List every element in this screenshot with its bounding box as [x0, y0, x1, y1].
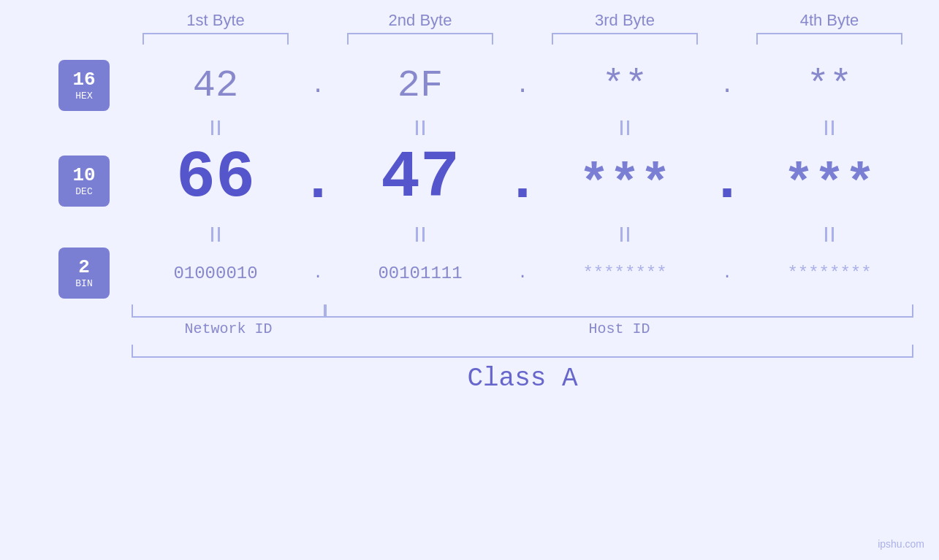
bracket-4: [756, 33, 902, 45]
hex-badge-label: HEX: [75, 91, 92, 101]
p1b: [218, 227, 220, 242]
dec-b3: ***: [541, 160, 709, 211]
top-brackets: [37, 33, 913, 45]
hex-badge-wrapper: 16 HEX: [37, 60, 132, 111]
bot-bracket-cells: [132, 304, 913, 318]
id-labels-row: Network ID Host ID: [37, 321, 913, 337]
hex-values: 42 . 2F . ** . **: [132, 64, 913, 107]
bin-badge-wrapper: 2 BIN: [37, 248, 132, 299]
hex-b4: **: [745, 64, 913, 107]
pipe4a: [825, 120, 827, 135]
col-header-4: 4th Byte: [745, 11, 913, 30]
host-bracket-line: [325, 304, 913, 318]
network-bracket: [132, 304, 325, 318]
bin-dot3: .: [709, 264, 745, 283]
class-label: Class A: [132, 364, 913, 394]
pipe4b: [832, 120, 834, 135]
column-headers: 1st Byte 2nd Byte 3rd Byte 4th Byte: [37, 11, 913, 30]
bin-badge: 2 BIN: [58, 248, 110, 299]
class-bracket-row: [37, 345, 913, 358]
pipe1a: [211, 120, 213, 135]
pipe3b: [627, 120, 629, 135]
hex-dot1: .: [300, 72, 336, 99]
bin-b4: ********: [745, 264, 913, 283]
p2a: [416, 227, 418, 242]
dec-dot1: .: [300, 153, 336, 211]
bin-b3: ********: [541, 264, 709, 283]
hex-b1: 42: [132, 64, 300, 107]
network-bracket-group: [132, 304, 325, 318]
p3a: [620, 227, 623, 242]
bin-dot2: .: [504, 264, 541, 283]
dec-badge-number: 10: [72, 165, 95, 186]
dec-badge-label: DEC: [75, 186, 92, 197]
hex-badge-number: 16: [72, 69, 95, 91]
eq2-cells: [132, 227, 913, 242]
eq-row-2: [37, 221, 913, 248]
p1a: [211, 227, 213, 242]
eq2-c1: [132, 227, 300, 242]
id-labels: Network ID Host ID: [132, 321, 913, 337]
p4b: [832, 227, 834, 242]
dec-row: 10 DEC 66 . 47 . *** . ***: [37, 141, 913, 221]
bin-badge-label: BIN: [75, 278, 92, 289]
dec-dot2: .: [504, 153, 541, 211]
class-label-row: Class A: [37, 364, 913, 394]
pipe3a: [620, 120, 623, 135]
hex-b3: **: [541, 64, 709, 107]
dec-b1: 66: [132, 145, 300, 211]
host-id-label: Host ID: [325, 321, 913, 337]
main-layout: 1st Byte 2nd Byte 3rd Byte 4th Byte 16 H…: [0, 0, 939, 394]
p4a: [825, 227, 827, 242]
eq1-c3: [541, 120, 709, 135]
eq1-c1: [132, 120, 300, 135]
eq2-c3: [541, 227, 709, 242]
eq1-c4: [745, 120, 913, 135]
class-bracket-line: [132, 345, 913, 358]
eq1-cells: [132, 120, 913, 135]
bin-b1: 01000010: [132, 264, 300, 283]
hex-dot3: .: [709, 72, 745, 99]
dec-dot3: .: [709, 153, 745, 211]
eq-row-1: [37, 115, 913, 141]
network-bracket-line: [132, 304, 325, 318]
dec-badge: 10 DEC: [58, 156, 110, 207]
bracket-3: [552, 33, 698, 45]
col-header-1: 1st Byte: [132, 11, 300, 30]
p2b: [422, 227, 425, 242]
eq1-c2: [336, 120, 504, 135]
bracket-cells: [132, 33, 913, 45]
bin-values: 01000010 . 00101111 . ******** . *******…: [132, 264, 913, 283]
dec-b4: ***: [745, 160, 913, 211]
dec-values: 66 . 47 . *** . ***: [132, 145, 913, 217]
hex-badge: 16 HEX: [58, 60, 110, 111]
dec-b2: 47: [336, 145, 504, 211]
eq2-c2: [336, 227, 504, 242]
eq2-c4: [745, 227, 913, 242]
bin-badge-number: 2: [78, 257, 90, 278]
watermark: ipshu.com: [878, 538, 924, 550]
headers-row: 1st Byte 2nd Byte 3rd Byte 4th Byte: [132, 11, 913, 30]
p3b: [627, 227, 629, 242]
col-header-3: 3rd Byte: [541, 11, 709, 30]
bottom-brackets: [37, 304, 913, 318]
pipe2a: [416, 120, 418, 135]
col-header-2: 2nd Byte: [336, 11, 504, 30]
bracket-2: [347, 33, 493, 45]
pipe2b: [422, 120, 425, 135]
bin-dot1: .: [300, 264, 336, 283]
hex-b2: 2F: [336, 64, 504, 107]
dec-badge-wrapper: 10 DEC: [37, 156, 132, 207]
pipe1b: [218, 120, 220, 135]
bin-b2: 00101111: [336, 264, 504, 283]
hex-dot2: .: [504, 72, 541, 99]
network-id-label: Network ID: [132, 321, 325, 337]
bin-row: 2 BIN 01000010 . 00101111 . ******** . *…: [37, 248, 913, 299]
bracket-1: [142, 33, 289, 45]
hex-row: 16 HEX 42 . 2F . ** . **: [37, 56, 913, 115]
